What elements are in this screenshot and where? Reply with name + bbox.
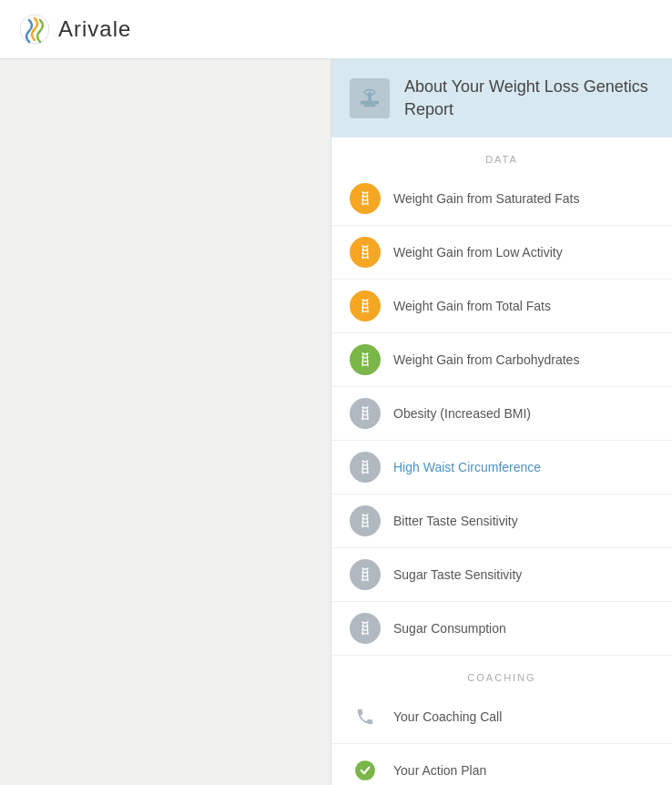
- data-list-item[interactable]: Sugar Taste Sensitivity: [331, 548, 672, 602]
- dna-circle-icon: [350, 291, 381, 321]
- data-list-item[interactable]: Weight Gain from Saturated Fats: [331, 172, 672, 226]
- left-panel: [0, 59, 331, 785]
- action-plan-label: Your Action Plan: [393, 763, 486, 778]
- check-circle-icon: [350, 755, 381, 785]
- data-item-label: Obesity (Increased BMI): [393, 406, 531, 421]
- data-item-label: Weight Gain from Carbohydrates: [393, 352, 579, 367]
- dna-circle-icon: [350, 505, 381, 536]
- data-items-list: Weight Gain from Saturated Fats Weight G…: [331, 172, 672, 656]
- phone-icon: [350, 701, 381, 732]
- data-item-label: Bitter Taste Sensitivity: [393, 514, 518, 528]
- data-list-item[interactable]: High Waist Circumference: [331, 441, 672, 494]
- app-header: Arivale: [0, 0, 672, 59]
- dna-circle-icon: [350, 452, 381, 483]
- svg-rect-13: [361, 101, 380, 105]
- dna-circle-icon: [350, 613, 381, 644]
- scale-icon: [350, 78, 390, 118]
- arivale-logo-icon: [18, 13, 51, 46]
- data-list-item[interactable]: Weight Gain from Total Fats: [331, 280, 672, 333]
- data-item-label: Weight Gain from Saturated Fats: [393, 191, 579, 206]
- data-item-label: High Waist Circumference: [393, 460, 541, 474]
- data-list-item[interactable]: Weight Gain from Carbohydrates: [331, 333, 672, 387]
- dna-circle-icon: [350, 398, 381, 429]
- data-list-item[interactable]: Sugar Consumption: [331, 602, 672, 656]
- data-item-label: Weight Gain from Total Fats: [393, 299, 551, 313]
- logo: Arivale: [18, 13, 131, 46]
- data-list-item[interactable]: Weight Gain from Low Activity: [331, 226, 672, 280]
- report-title: About Your Weight Loss Genetics Report: [404, 76, 654, 121]
- dna-circle-icon: [350, 344, 381, 375]
- report-header: About Your Weight Loss Genetics Report: [331, 59, 672, 138]
- coaching-item-plan[interactable]: Your Action Plan: [331, 744, 672, 785]
- svg-point-35: [355, 761, 375, 781]
- coaching-call-label: Your Coaching Call: [393, 709, 502, 724]
- right-panel: About Your Weight Loss Genetics Report D…: [331, 59, 672, 785]
- dna-circle-icon: [350, 559, 381, 590]
- main-content: About Your Weight Loss Genetics Report D…: [0, 59, 672, 785]
- svg-point-15: [364, 90, 374, 96]
- logo-text: Arivale: [58, 16, 131, 42]
- data-item-label: Sugar Consumption: [393, 621, 506, 636]
- data-list-item[interactable]: Bitter Taste Sensitivity: [331, 494, 672, 548]
- svg-rect-14: [368, 93, 372, 101]
- svg-rect-16: [363, 105, 375, 107]
- coaching-item-call[interactable]: Your Coaching Call: [331, 690, 672, 744]
- data-item-label: Weight Gain from Low Activity: [393, 245, 563, 260]
- dna-circle-icon: [350, 183, 381, 214]
- coaching-section-label: COACHING: [331, 656, 672, 690]
- data-item-label: Sugar Taste Sensitivity: [393, 567, 522, 582]
- data-list-item[interactable]: Obesity (Increased BMI): [331, 387, 672, 441]
- data-section-label: DATA: [331, 138, 672, 172]
- dna-circle-icon: [350, 237, 381, 268]
